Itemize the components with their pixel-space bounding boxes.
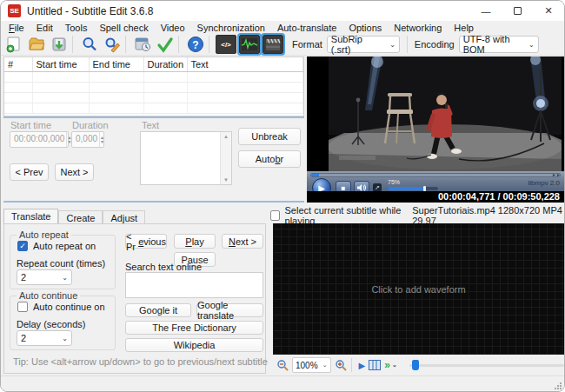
select-current-checkbox[interactable]	[270, 210, 280, 221]
translate-tab-panel: Auto repeat ✓ Auto repeat on Repeat coun…	[3, 223, 266, 374]
toolbar-separator	[351, 358, 352, 372]
tip-text: Tip: Use <alt+arrow up/down> to go to pr…	[13, 356, 268, 367]
spell-check-button[interactable]	[155, 35, 175, 54]
menu-tools[interactable]: Tools	[59, 23, 94, 33]
video-thumbnails-icon	[369, 360, 381, 370]
resize-grip[interactable]	[554, 382, 562, 390]
chevron-down-icon: ⌄	[56, 274, 68, 282]
waveform-zoom-select[interactable]: 100% ⌄	[292, 357, 331, 373]
delay-select[interactable]: 2 ⌄	[17, 330, 72, 346]
menu-auto-translate[interactable]: Auto-translate	[271, 23, 342, 33]
menu-edit[interactable]: Edit	[30, 23, 59, 33]
repeat-count-value: 2	[21, 272, 26, 282]
replace-button[interactable]	[102, 35, 122, 54]
menu-file[interactable]: File	[3, 23, 30, 33]
splitter[interactable]	[3, 201, 304, 203]
play-selection-button[interactable]: ▶	[359, 361, 366, 370]
auto-continue-checkbox[interactable]	[17, 302, 28, 312]
status-bar	[1, 375, 564, 392]
auto-br-button[interactable]: Auto br	[238, 150, 301, 168]
close-icon: ✕	[544, 5, 552, 17]
video-seek-bar[interactable]: ◄◄ ►►	[310, 173, 561, 177]
next-button[interactable]: Next >	[222, 234, 263, 249]
start-time-spinner[interactable]: 00:00:00,000 ▲▼	[10, 131, 69, 148]
col-start-time[interactable]: Start time	[32, 57, 89, 71]
auto-continue-group: Auto continue Auto continue on Delay (se…	[10, 296, 116, 350]
new-file-button[interactable]	[3, 35, 23, 54]
menu-options[interactable]: Options	[342, 23, 388, 33]
spin-down-icon[interactable]: ▼	[100, 140, 104, 144]
video-surface[interactable]	[329, 56, 562, 171]
zoom-out-icon	[276, 359, 289, 372]
repeat-count-select[interactable]: 2 ⌄	[17, 269, 72, 285]
auto-repeat-checkbox-row[interactable]: ✓ Auto repeat on	[17, 241, 96, 251]
playback-speed-button[interactable]: » ⌄	[384, 359, 397, 371]
google-it-button[interactable]: Google it	[125, 303, 191, 317]
auto-repeat-group-label: Auto repeat	[17, 229, 71, 240]
waveform-toggle-button[interactable]	[239, 35, 260, 54]
google-translate-button[interactable]: Google translate	[196, 303, 263, 317]
save-icon	[50, 36, 68, 53]
close-button[interactable]: ✕	[533, 1, 564, 21]
zoom-out-button[interactable]	[276, 359, 289, 372]
app-icon: SE	[8, 4, 21, 17]
scroll-down-icon[interactable]: ▼	[223, 177, 229, 183]
menu-networking[interactable]: Networking	[388, 23, 448, 33]
play-button[interactable]: Play	[174, 234, 216, 249]
volume-slider[interactable]	[388, 187, 438, 190]
slider-thumb[interactable]	[412, 360, 419, 370]
open-file-button[interactable]	[26, 35, 46, 54]
wikipedia-button[interactable]: Wikipedia	[125, 338, 263, 352]
col-end-time[interactable]: End time	[89, 57, 143, 71]
zoom-in-button[interactable]	[335, 359, 348, 372]
app-window: SE Untitled - Subtitle Edit 3.6.8 — ✕ Fi…	[0, 0, 565, 392]
col-text[interactable]: Text	[187, 57, 303, 71]
col-duration[interactable]: Duration	[143, 57, 187, 71]
source-view-button[interactable]: </>	[216, 35, 236, 54]
next-subtitle-button[interactable]: Next >	[55, 163, 94, 181]
scroll-up-icon[interactable]: ▲	[223, 134, 229, 139]
subtitle-text-input[interactable]: ▲ ▼	[140, 131, 232, 185]
video-toggle-button[interactable]	[263, 35, 283, 54]
textbox-scrollbar[interactable]: ▲ ▼	[220, 132, 231, 184]
encoding-value: UTF-8 with BOM	[463, 34, 523, 55]
tab-create[interactable]: Create	[58, 210, 103, 223]
menu-video[interactable]: Video	[155, 23, 191, 33]
encoding-select[interactable]: UTF-8 with BOM ⌄	[459, 36, 539, 53]
minimize-button[interactable]: —	[470, 1, 502, 21]
volume-control[interactable]: 75%	[388, 179, 438, 190]
table-row	[4, 92, 303, 103]
search-text-input[interactable]	[125, 272, 263, 298]
find-button[interactable]	[79, 35, 99, 54]
save-button[interactable]	[49, 35, 69, 54]
settings-button[interactable]	[132, 35, 152, 54]
toolbar: ? </> Format SubRip (.srt) ⌄	[1, 34, 564, 56]
unbreak-button[interactable]: Unbreak	[238, 128, 301, 145]
waveform-area[interactable]: Click to add waveform	[273, 223, 564, 355]
maximize-button[interactable]	[502, 1, 533, 21]
volume-fill	[388, 187, 425, 190]
previous-button[interactable]: < Previous	[125, 234, 167, 249]
open-folder-icon	[28, 36, 45, 53]
auto-repeat-checkbox[interactable]: ✓	[17, 241, 28, 251]
toolbar-separator	[407, 36, 408, 53]
subtitle-list[interactable]: # Start time End time Duration Text	[3, 56, 304, 116]
menu-synchronization[interactable]: Synchronization	[191, 23, 271, 33]
waveform-position-slider[interactable]	[409, 364, 564, 367]
menu-help[interactable]: Help	[448, 23, 480, 33]
prev-subtitle-button[interactable]: < Prev	[10, 163, 49, 181]
tab-translate[interactable]: Translate	[3, 209, 58, 223]
duration-spinner[interactable]: 0,000 ▲▼	[71, 131, 104, 148]
col-number[interactable]: #	[4, 57, 32, 71]
auto-continue-checkbox-row[interactable]: Auto continue on	[17, 302, 105, 312]
show-thumbnails-button[interactable]	[369, 360, 381, 370]
menu-spell-check[interactable]: Spell check	[93, 23, 154, 33]
menu-bar: File Edit Tools Spell check Video Synchr…	[1, 21, 564, 34]
new-file-icon	[5, 36, 23, 53]
format-select[interactable]: SubRip (.srt) ⌄	[327, 36, 400, 53]
expand-icon: ↗	[375, 184, 380, 191]
waveform-placeholder: Click to add waveform	[371, 284, 465, 295]
free-dictionary-button[interactable]: The Free Dictionary	[125, 321, 263, 335]
tab-adjust[interactable]: Adjust	[103, 210, 145, 223]
help-button[interactable]: ?	[185, 35, 205, 54]
